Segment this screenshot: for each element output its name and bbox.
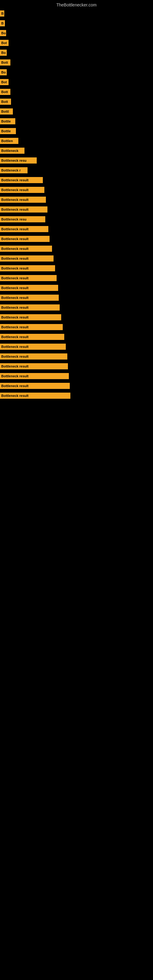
bar-label: Bot <box>0 40 9 46</box>
bar-label: Bottleneck result <box>0 344 66 350</box>
bar-row: Bottleneck result <box>0 312 153 322</box>
bar-label: Bottleneck result <box>0 226 48 232</box>
bar-label: Bottleneck resu <box>0 158 37 164</box>
bar-row: Bottleneck result <box>0 254 153 263</box>
bar-label: Bottleneck result <box>0 393 70 399</box>
bar-row: Bottleneck result <box>0 263 153 273</box>
bar-label: Bott <box>0 89 10 95</box>
bar-label: Bottleneck <box>0 148 24 154</box>
bar-label: Bottl <box>0 108 13 115</box>
bar-row: Bottle <box>0 116 153 126</box>
bar-label: B <box>0 10 4 16</box>
bar-label: Bottleneck result <box>0 187 45 193</box>
bar-label: Bottleneck result <box>0 236 49 242</box>
bar-label: Bottleneck result <box>0 353 67 360</box>
bar-row: Bott <box>0 97 153 107</box>
bar-row: Bo <box>0 67 153 77</box>
bar-row: Bottleneck result <box>0 332 153 342</box>
bar-label: Bottleneck result <box>0 363 68 369</box>
bar-row: B <box>0 18 153 28</box>
bar-row: Bottleneck result <box>0 391 153 401</box>
bar-label: Bottleneck result <box>0 177 43 183</box>
bar-label: B <box>0 20 5 26</box>
bar-label: Bottleneck result <box>0 246 52 252</box>
bar-label: Bottle <box>0 128 16 134</box>
bar-label: Bottleneck result <box>0 197 46 203</box>
bar-row: Bottlen <box>0 136 153 146</box>
bar-label: Bo <box>0 30 6 36</box>
bar-row: Bottleneck r <box>0 165 153 175</box>
bar-label: Bottleneck result <box>0 324 63 330</box>
bars-container: BBBoBotBoBottBoBotBottBottBottlBottleBot… <box>0 9 153 401</box>
bar-label: Bottleneck result <box>0 294 59 301</box>
bar-label: Bottleneck resu <box>0 216 45 222</box>
bar-row: B <box>0 9 153 18</box>
bar-row: Bottleneck result <box>0 361 153 371</box>
bar-row: Bott <box>0 87 153 97</box>
bar-row: Bo <box>0 48 153 57</box>
bar-row: Bottleneck result <box>0 322 153 332</box>
bar-row: Bottleneck result <box>0 205 153 215</box>
bar-row: Bottle <box>0 126 153 136</box>
bar-label: Bottleneck result <box>0 383 70 389</box>
site-title: TheBottlenecker.com <box>0 0 153 9</box>
bar-row: Bottleneck result <box>0 302 153 312</box>
bar-label: Bottleneck result <box>0 255 54 261</box>
bar-label: Bottleneck result <box>0 334 64 340</box>
bar-label: Bottleneck result <box>0 314 61 320</box>
bar-row: Bot <box>0 77 153 87</box>
bar-label: Bo <box>0 49 7 56</box>
bar-label: Bottleneck result <box>0 285 58 291</box>
bar-label: Bottleneck result <box>0 207 48 213</box>
bar-row: Bottl <box>0 107 153 116</box>
bar-label: Bottlen <box>0 138 18 144</box>
bar-row: Bot <box>0 38 153 48</box>
bar-label: Bott <box>0 99 11 105</box>
bar-label: Bottle <box>0 118 15 124</box>
bar-row: Bottleneck result <box>0 195 153 205</box>
bar-row: Bottleneck result <box>0 342 153 352</box>
bar-row: Bott <box>0 57 153 67</box>
bar-row: Bottleneck result <box>0 283 153 293</box>
bar-row: Bottleneck result <box>0 273 153 283</box>
bar-row: Bottleneck result <box>0 293 153 302</box>
bar-row: Bottleneck <box>0 146 153 156</box>
bar-row: Bottleneck result <box>0 224 153 234</box>
bar-label: Bo <box>0 69 7 75</box>
bar-label: Bottleneck result <box>0 275 57 281</box>
bar-label: Bot <box>0 79 9 85</box>
bar-label: Bottleneck result <box>0 265 55 271</box>
bar-row: Bottleneck result <box>0 175 153 185</box>
bar-row: Bottleneck result <box>0 234 153 244</box>
bar-row: Bottleneck resu <box>0 156 153 165</box>
bar-row: Bottleneck result <box>0 371 153 381</box>
bar-label: Bottleneck result <box>0 304 60 310</box>
bar-row: Bottleneck result <box>0 352 153 361</box>
bar-label: Bottleneck result <box>0 373 69 379</box>
bar-label: Bottleneck r <box>0 167 27 173</box>
bar-row: Bottleneck result <box>0 244 153 254</box>
bar-row: Bottleneck resu <box>0 215 153 224</box>
bar-row: Bottleneck result <box>0 185 153 195</box>
bar-row: Bo <box>0 28 153 38</box>
bar-row: Bottleneck result <box>0 381 153 391</box>
bar-label: Bott <box>0 59 10 65</box>
